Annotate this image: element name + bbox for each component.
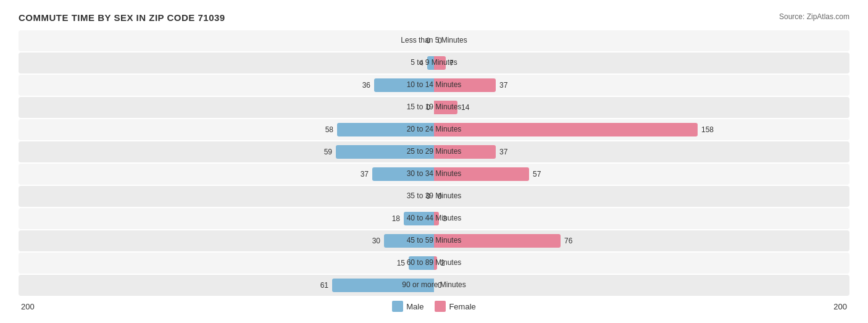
row-label: 60 to 89 Minutes xyxy=(407,258,462,267)
female-value: 14 xyxy=(461,103,478,112)
male-value: 37 xyxy=(351,170,369,178)
left-section: 58 xyxy=(19,122,434,138)
chart-row: 37 30 to 34 Minutes 57 xyxy=(19,164,849,185)
left-section: 61 xyxy=(19,277,434,293)
bar-container: 4 5 to 9 Minutes 7 xyxy=(19,52,849,73)
legend-female-box xyxy=(435,301,446,312)
row-label: 10 to 14 Minutes xyxy=(407,80,462,89)
row-label: 90 or more Minutes xyxy=(402,280,465,289)
chart-row: 0 35 to 39 Minutes 0 xyxy=(19,186,849,207)
right-section: 7 xyxy=(434,55,849,71)
left-section: 59 xyxy=(19,144,434,160)
bar-container: 0 Less than 5 Minutes 0 xyxy=(19,30,849,51)
bar-container: 0 35 to 39 Minutes 0 xyxy=(19,186,849,207)
chart-title: COMMUTE TIME BY SEX IN ZIP CODE 71039 xyxy=(19,12,225,23)
left-section: 18 xyxy=(19,211,434,227)
chart-row: 59 25 to 29 Minutes 37 xyxy=(19,141,849,162)
row-label: 20 to 24 Minutes xyxy=(407,125,462,133)
right-section: 0 xyxy=(434,188,849,204)
chart-row: 30 45 to 59 Minutes 76 xyxy=(19,230,849,251)
female-value: 37 xyxy=(499,148,517,156)
female-value: 158 xyxy=(701,125,719,134)
left-section: 0 xyxy=(19,33,434,49)
right-section: 14 xyxy=(434,99,849,115)
left-section: 37 xyxy=(19,166,434,182)
female-value: 37 xyxy=(499,81,517,90)
left-section: 0 xyxy=(19,99,434,115)
male-value: 58 xyxy=(316,125,333,134)
left-section: 0 xyxy=(19,188,434,204)
legend-male-box xyxy=(392,301,403,312)
legend-male-label: Male xyxy=(406,302,424,311)
legend: Male Female xyxy=(392,301,476,312)
bar-container: 58 20 to 24 Minutes 158 xyxy=(19,119,849,140)
source-text: Source: ZipAtlas.com xyxy=(779,12,849,21)
left-section: 15 xyxy=(19,255,434,271)
bar-container: 15 60 to 89 Minutes 2 xyxy=(19,253,849,274)
chart-row: 36 10 to 14 Minutes 37 xyxy=(19,75,849,96)
chart-row: 18 40 to 44 Minutes 3 xyxy=(19,208,849,229)
chart-row: 61 90 or more Minutes 0 xyxy=(19,275,849,296)
row-label: Less than 5 Minutes xyxy=(401,36,467,44)
bar-female xyxy=(434,123,698,136)
male-value: 61 xyxy=(311,281,328,290)
legend-male: Male xyxy=(392,301,424,312)
row-label: 5 to 9 Minutes xyxy=(411,58,457,67)
bottom-row: 200 Male Female 200 xyxy=(19,301,849,312)
chart-row: 4 5 to 9 Minutes 7 xyxy=(19,52,849,73)
chart-row: 0 15 to 19 Minutes 14 xyxy=(19,97,849,118)
legend-female-label: Female xyxy=(449,302,475,311)
legend-female: Female xyxy=(435,301,475,312)
row-label: 15 to 19 Minutes xyxy=(407,103,462,111)
left-section: 4 xyxy=(19,55,434,71)
bar-container: 36 10 to 14 Minutes 37 xyxy=(19,75,849,96)
male-value: 36 xyxy=(353,81,370,90)
bar-container: 18 40 to 44 Minutes 3 xyxy=(19,208,849,229)
right-section: 76 xyxy=(434,233,849,249)
right-section: 37 xyxy=(434,144,849,160)
chart-area: 0 Less than 5 Minutes 0 4 5 to 9 Min xyxy=(19,30,849,296)
right-section: 0 xyxy=(434,33,849,49)
right-section: 37 xyxy=(434,77,849,93)
right-section: 158 xyxy=(434,122,849,138)
axis-right-label: 200 xyxy=(833,302,847,311)
axis-left-label: 200 xyxy=(21,302,35,311)
row-label: 30 to 34 Minutes xyxy=(407,169,462,178)
male-value: 30 xyxy=(363,237,380,245)
male-value: 59 xyxy=(315,148,332,156)
female-value: 76 xyxy=(564,237,582,245)
right-section: 2 xyxy=(434,255,849,271)
right-section: 0 xyxy=(434,277,849,293)
row-label: 45 to 59 Minutes xyxy=(407,236,462,245)
bar-container: 61 90 or more Minutes 0 xyxy=(19,275,849,296)
chart-row: 15 60 to 89 Minutes 2 xyxy=(19,253,849,274)
row-label: 25 to 29 Minutes xyxy=(407,147,462,156)
left-section: 36 xyxy=(19,77,434,93)
left-section: 30 xyxy=(19,233,434,249)
male-value: 18 xyxy=(383,214,400,223)
bar-container: 37 30 to 34 Minutes 57 xyxy=(19,164,849,185)
chart-row: 0 Less than 5 Minutes 0 xyxy=(19,30,849,51)
row-label: 35 to 39 Minutes xyxy=(407,191,462,200)
right-section: 57 xyxy=(434,166,849,182)
row-label: 40 to 44 Minutes xyxy=(407,214,462,222)
bar-container: 30 45 to 59 Minutes 76 xyxy=(19,230,849,251)
chart-row: 58 20 to 24 Minutes 158 xyxy=(19,119,849,140)
bar-container: 0 15 to 19 Minutes 14 xyxy=(19,97,849,118)
male-value: 15 xyxy=(388,259,405,267)
right-section: 3 xyxy=(434,211,849,227)
female-value: 57 xyxy=(533,170,550,178)
bar-container: 59 25 to 29 Minutes 37 xyxy=(19,141,849,162)
